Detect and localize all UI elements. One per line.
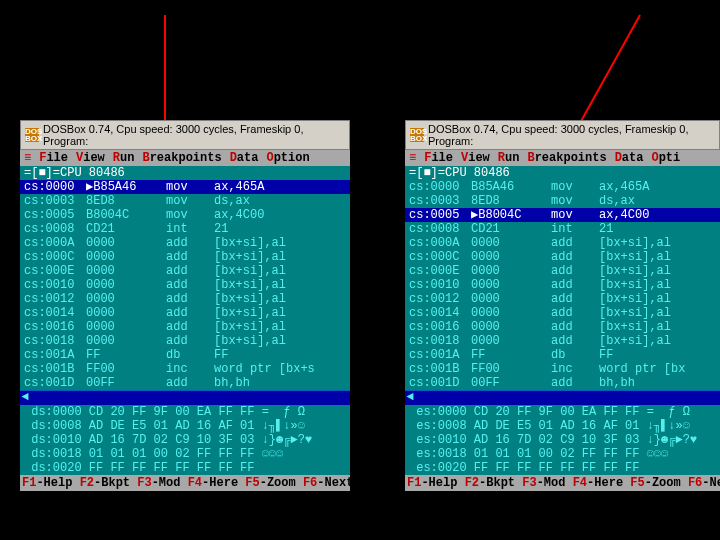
disassembly-pane[interactable]: cs:0000B85A46movax,465A cs:00038ED8movds… [405,180,720,390]
menu-item[interactable]: Breakpoints [527,151,606,165]
disasm-row[interactable]: cs:00038ED8movds,ax [405,194,720,208]
disasm-row[interactable]: cs:0005▶B8004Cmovax,4C00 [405,208,720,222]
disasm-row[interactable]: cs:000C0000add[bx+si],al [405,250,720,264]
fkey-f4[interactable]: F4-Here [188,476,246,490]
menu-item[interactable]: Option [266,151,309,165]
titlebar[interactable]: DOSBOX DOSBox 0.74, Cpu speed: 3000 cycl… [405,120,720,150]
fkey-f2[interactable]: F2-Bkpt [80,476,138,490]
dump-row[interactable]: ds:0020 FF FF FF FF FF FF FF FF [20,461,350,475]
dosbox-icon: DOSBOX [410,128,424,142]
disasm-row[interactable]: cs:00120000add[bx+si],al [20,292,350,306]
disasm-row[interactable]: cs:00160000add[bx+si],al [20,320,350,334]
disasm-row[interactable]: cs:00140000add[bx+si],al [20,306,350,320]
menu-item[interactable]: Data [615,151,644,165]
menu-item[interactable]: File [424,151,453,165]
dump-row[interactable]: ds:0010 AD 16 7D 02 C9 10 3F 03 ↓}☻╔►?♥ [20,433,350,447]
window-title: DOSBox 0.74, Cpu speed: 3000 cycles, Fra… [428,123,715,147]
disasm-row[interactable]: cs:000A0000add[bx+si],al [20,236,350,250]
disasm-row[interactable]: cs:0005B8004Cmovax,4C00 [20,208,350,222]
disasm-row[interactable]: cs:00180000add[bx+si],al [405,334,720,348]
window-title: DOSBox 0.74, Cpu speed: 3000 cycles, Fra… [43,123,345,147]
disasm-row[interactable]: cs:000E0000add[bx+si],al [20,264,350,278]
dump-row[interactable]: ds:0000 CD 20 FF 9F 00 EA FF FF = ƒ Ω [20,405,350,419]
disasm-row[interactable]: cs:001AFFdbFF [405,348,720,362]
dump-row[interactable]: ds:0018 01 01 01 00 02 FF FF FF ☺☺☺ [20,447,350,461]
fkey-f5[interactable]: F5-Zoom [630,476,688,490]
disasm-row[interactable]: cs:000A0000add[bx+si],al [405,236,720,250]
disasm-row[interactable]: cs:001AFFdbFF [20,348,350,362]
menu-item[interactable]: Run [113,151,135,165]
menu-item[interactable]: Data [230,151,259,165]
fkey-f1[interactable]: F1-Help [407,476,465,490]
disasm-row[interactable]: cs:00038ED8movds,ax [20,194,350,208]
dump-row[interactable]: es:0008 AD DE E5 01 AD 16 AF 01 ↓╖▌↓»☺ [405,419,720,433]
scroll-left-icon[interactable]: ◄ [405,391,415,405]
pane-divider: ◄ [405,390,720,405]
disasm-row[interactable]: cs:0000▶B85A46movax,465A [20,180,350,194]
dosbox-icon: DOSBOX [25,128,39,142]
disasm-row[interactable]: cs:001D00FFaddbh,bh [405,376,720,390]
pane-divider: ◄ [20,390,350,405]
dump-row[interactable]: es:0020 FF FF FF FF FF FF FF FF [405,461,720,475]
disasm-row[interactable]: cs:001BFF00incword ptr [bx+s [20,362,350,376]
disasm-row[interactable]: cs:0000B85A46movax,465A [405,180,720,194]
memory-dump-pane[interactable]: es:0000 CD 20 FF 9F 00 EA FF FF = ƒ Ω es… [405,405,720,475]
menu-item[interactable]: Opti [651,151,680,165]
fkey-f4[interactable]: F4-Here [573,476,631,490]
disasm-row[interactable]: cs:00120000add[bx+si],al [405,292,720,306]
disasm-row[interactable]: cs:00160000add[bx+si],al [405,320,720,334]
dump-row[interactable]: es:0010 AD 16 7D 02 C9 10 3F 03 ↓}☻╔►?♥ [405,433,720,447]
debugger-window-right: DOSBOX DOSBox 0.74, Cpu speed: 3000 cycl… [405,120,720,491]
menu-item[interactable]: ≡ [409,151,416,165]
disasm-row[interactable]: cs:00100000add[bx+si],al [405,278,720,292]
menu-item[interactable]: File [39,151,68,165]
debugger-window-left: DOSBOX DOSBox 0.74, Cpu speed: 3000 cycl… [20,120,350,491]
disasm-row[interactable]: cs:000C0000add[bx+si],al [20,250,350,264]
menu-item[interactable]: ≡ [24,151,31,165]
disasm-row[interactable]: cs:001BFF00incword ptr [bx [405,362,720,376]
memory-dump-pane[interactable]: ds:0000 CD 20 FF 9F 00 EA FF FF = ƒ Ω ds… [20,405,350,475]
function-key-bar[interactable]: F1-Help F2-Bkpt F3-Mod F4-Here F5-Zoom F… [405,475,720,491]
dump-row[interactable]: es:0000 CD 20 FF 9F 00 EA FF FF = ƒ Ω [405,405,720,419]
menu-item[interactable]: View [76,151,105,165]
function-key-bar[interactable]: F1-Help F2-Bkpt F3-Mod F4-Here F5-Zoom F… [20,475,350,491]
disasm-row[interactable]: cs:000E0000add[bx+si],al [405,264,720,278]
disasm-row[interactable]: cs:0008CD21int21 [20,222,350,236]
fkey-f5[interactable]: F5-Zoom [245,476,303,490]
scroll-left-icon[interactable]: ◄ [20,391,30,405]
disasm-row[interactable]: cs:001D00FFaddbh,bh [20,376,350,390]
disasm-row[interactable]: cs:0008CD21int21 [405,222,720,236]
menu-item[interactable]: Breakpoints [142,151,221,165]
disassembly-pane[interactable]: cs:0000▶B85A46movax,465A cs:00038ED8movd… [20,180,350,390]
fkey-f3[interactable]: F3-Mod [137,476,187,490]
fkey-f6[interactable]: F6-Next [303,476,350,490]
menu-item[interactable]: Run [498,151,520,165]
disasm-row[interactable]: cs:00100000add[bx+si],al [20,278,350,292]
fkey-f6[interactable]: F6-Ne [688,476,720,490]
disasm-row[interactable]: cs:00140000add[bx+si],al [405,306,720,320]
cpu-header: =[■]=CPU 80486 [405,166,720,180]
fkey-f2[interactable]: F2-Bkpt [465,476,523,490]
menubar[interactable]: ≡FileViewRunBreakpointsDataOpti [405,150,720,166]
menubar[interactable]: ≡FileViewRunBreakpointsDataOption [20,150,350,166]
dump-row[interactable]: ds:0008 AD DE E5 01 AD 16 AF 01 ↓╖▌↓»☺ [20,419,350,433]
titlebar[interactable]: DOSBOX DOSBox 0.74, Cpu speed: 3000 cycl… [20,120,350,150]
cpu-header: =[■]=CPU 80486 [20,166,350,180]
dump-row[interactable]: es:0018 01 01 01 00 02 FF FF FF ☺☺☺ [405,447,720,461]
fkey-f3[interactable]: F3-Mod [522,476,572,490]
menu-item[interactable]: View [461,151,490,165]
fkey-f1[interactable]: F1-Help [22,476,80,490]
disasm-row[interactable]: cs:00180000add[bx+si],al [20,334,350,348]
